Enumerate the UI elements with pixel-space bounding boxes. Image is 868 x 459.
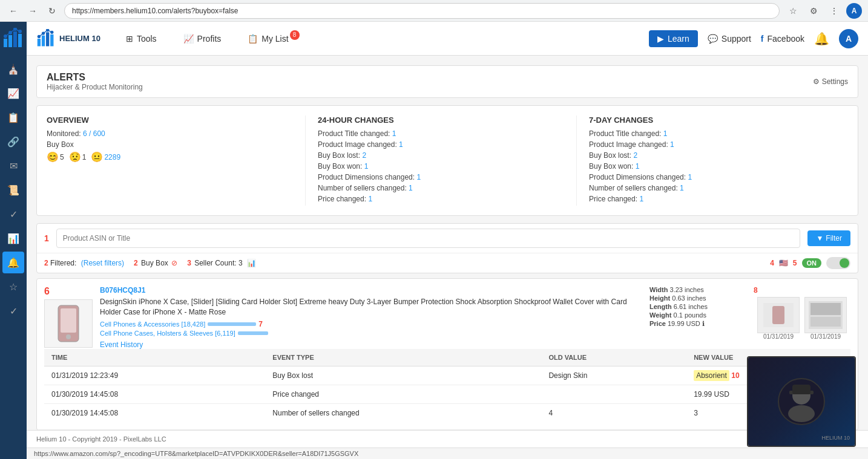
changes-7day-rows: Product Title changed: 1Product Image ch… bbox=[589, 129, 836, 203]
nav-mylist-label: My List bbox=[261, 34, 288, 44]
sidebar-item-5[interactable]: ✉ bbox=[2, 155, 24, 177]
product-length: 6.61 inches bbox=[674, 303, 708, 310]
thumb1-container: 01/31/2019 bbox=[757, 297, 800, 340]
filter-button[interactable]: ▼ Filter bbox=[807, 230, 850, 246]
learn-button[interactable]: ▶ Learn bbox=[649, 30, 698, 47]
change-7day-row: Product Dimensions changed: 1 bbox=[589, 173, 836, 181]
facebook-label: Facebook bbox=[768, 34, 804, 44]
bookmark-button[interactable]: ☆ bbox=[784, 2, 801, 19]
url-bar[interactable]: https://members.helium10.com/alerts?buyb… bbox=[64, 3, 780, 19]
buybox-neutral-count[interactable]: 2289 bbox=[104, 153, 120, 161]
product-header-row: 6 bbox=[44, 286, 850, 349]
width-row: Width 3.23 inches bbox=[649, 286, 746, 293]
buybox-green-count: 5 bbox=[60, 153, 64, 161]
toggle-on-badge[interactable]: ON bbox=[802, 258, 822, 268]
nav-profits[interactable]: 📈 Profits bbox=[176, 30, 229, 47]
svg-point-18 bbox=[66, 334, 71, 339]
browser-actions: ☆ ⚙ ⋮ A bbox=[784, 2, 862, 19]
product-asin-link[interactable]: B076HCQ8J1 bbox=[100, 286, 145, 295]
asin-row: B076HCQ8J1 bbox=[100, 286, 642, 295]
change-7day-row: Product Image changed: 1 bbox=[589, 140, 836, 149]
event-table-body: 01/31/2019 12:23:49 Buy Box lost Design … bbox=[44, 366, 850, 422]
svg-rect-23 bbox=[810, 317, 841, 327]
support-link[interactable]: 💬 Support bbox=[708, 34, 751, 44]
frown-red-icon: 😟 bbox=[69, 151, 81, 163]
changes-24h-title: 24-HOUR CHANGES bbox=[318, 116, 564, 125]
seller-count-filter[interactable]: 3 Seller Count: 3 📊 bbox=[187, 259, 256, 267]
sidebar-item-alerts[interactable]: 🔔 bbox=[2, 252, 24, 273]
event-type: Price changed bbox=[265, 385, 541, 403]
product-thumb-1 bbox=[757, 297, 800, 333]
sidebar-item-3[interactable]: 📋 bbox=[2, 106, 24, 128]
settings-label: Settings bbox=[822, 77, 848, 86]
nav-tools[interactable]: ⊞ Tools bbox=[119, 30, 164, 47]
seller-count-label: Seller Count: 3 bbox=[194, 259, 242, 267]
col-event-type-header: EVENT TYPE bbox=[265, 349, 541, 366]
nav-tools-label: Tools bbox=[137, 34, 157, 44]
sidebar-item-7[interactable]: ✓ bbox=[2, 203, 24, 225]
extension-button[interactable]: ⚙ bbox=[805, 2, 822, 19]
settings-button[interactable]: ⚙ Settings bbox=[813, 77, 848, 86]
buybox-filter[interactable]: 2 Buy Box ⊘ bbox=[134, 259, 177, 267]
svg-point-15 bbox=[50, 30, 53, 33]
step-2-label: 2 bbox=[44, 259, 48, 267]
svg-rect-9 bbox=[42, 35, 45, 46]
sidebar-item-2[interactable]: 📈 bbox=[2, 82, 24, 104]
price-row: Price 19.99 USD ℹ bbox=[649, 320, 746, 328]
sidebar-item-8[interactable]: 📊 bbox=[2, 227, 24, 249]
learn-label: Learn bbox=[668, 34, 689, 44]
mylist-badge: 8 bbox=[290, 30, 300, 40]
neutral-icon: 😐 bbox=[91, 151, 103, 163]
buybox-red-count: 1 bbox=[82, 153, 87, 161]
event-old-value bbox=[541, 385, 686, 403]
menu-button[interactable]: ⋮ bbox=[826, 2, 843, 19]
buybox-red: 😟 1 bbox=[69, 151, 87, 163]
profile-avatar[interactable]: A bbox=[846, 3, 862, 19]
sidebar-item-10[interactable]: ✓ bbox=[2, 300, 24, 322]
toggle-switch[interactable] bbox=[826, 257, 850, 269]
monitored-count[interactable]: 6 / 600 bbox=[83, 129, 105, 138]
asin-search-input[interactable] bbox=[56, 229, 801, 248]
event-history-link[interactable]: Event History bbox=[100, 340, 642, 349]
product-table: 6 bbox=[36, 278, 858, 430]
buybox-filter-label: Buy Box bbox=[141, 259, 168, 267]
user-avatar[interactable]: A bbox=[839, 29, 858, 48]
reset-filters-link[interactable]: (Reset filters) bbox=[81, 259, 124, 267]
nav-mylist[interactable]: 📋 My List 8 bbox=[240, 30, 309, 47]
chart-icon: 📈 bbox=[183, 34, 194, 44]
product-thumb-2 bbox=[804, 297, 847, 333]
change-7day-row: Buy Box lost: 2 bbox=[589, 151, 836, 160]
facebook-link[interactable]: f Facebook bbox=[761, 34, 804, 44]
notification-bell-icon[interactable]: 🔔 bbox=[814, 31, 829, 46]
cat1-link[interactable]: Cell Phones & Accessories [18,428] bbox=[100, 321, 205, 328]
change-7day-row: Number of sellers changed: 1 bbox=[589, 184, 836, 192]
table-row: 01/30/2019 14:45:08 Price changed 19.99 … bbox=[44, 385, 850, 403]
svg-rect-28 bbox=[792, 385, 810, 394]
back-button[interactable]: ← bbox=[6, 4, 21, 18]
buybox-label: Buy Box bbox=[47, 140, 74, 149]
sidebar-item-1[interactable]: ⛪ bbox=[2, 58, 24, 80]
sidebar-item-6[interactable]: 📜 bbox=[2, 179, 24, 201]
sidebar-item-4[interactable]: 🔗 bbox=[2, 131, 24, 152]
step-5-label: 5 bbox=[793, 259, 797, 267]
page-header: ALERTS Hijacker & Product Monitoring ⚙ S… bbox=[36, 65, 858, 98]
svg-rect-2 bbox=[13, 31, 17, 47]
svg-rect-3 bbox=[18, 34, 22, 47]
reload-button[interactable]: ↻ bbox=[45, 4, 59, 18]
cat2-link[interactable]: Cell Phone Cases, Holsters & Sleeves [6,… bbox=[100, 330, 235, 337]
cat2-name: Cell Phone Cases, Holsters & Sleeves bbox=[100, 330, 213, 337]
top-nav: HELIUM 10 ⊞ Tools 📈 Profits 📋 My List 8 … bbox=[27, 22, 868, 56]
change-24h-row: Product Image changed: 1 bbox=[318, 140, 564, 149]
event-time: 01/31/2019 12:23:49 bbox=[44, 366, 265, 385]
sidebar-item-9[interactable]: ☆ bbox=[2, 276, 24, 298]
monitored-row: Monitored: 6 / 600 bbox=[47, 129, 293, 138]
stats-section: OVERVIEW Monitored: 6 / 600 Buy Box 😊 5 bbox=[36, 105, 858, 216]
cat1-row: Cell Phones & Accessories [18,428] 7 bbox=[100, 320, 642, 328]
forward-button[interactable]: → bbox=[25, 4, 40, 18]
step-6-label: 6 bbox=[44, 286, 50, 297]
info-icon[interactable]: ℹ bbox=[702, 320, 705, 327]
change-24h-row: Buy Box won: 1 bbox=[318, 162, 564, 171]
event-old-value: Design Skin bbox=[541, 366, 686, 385]
buybox-neutral: 😐 2289 bbox=[91, 151, 120, 163]
event-type: Buy Box lost bbox=[265, 366, 541, 385]
